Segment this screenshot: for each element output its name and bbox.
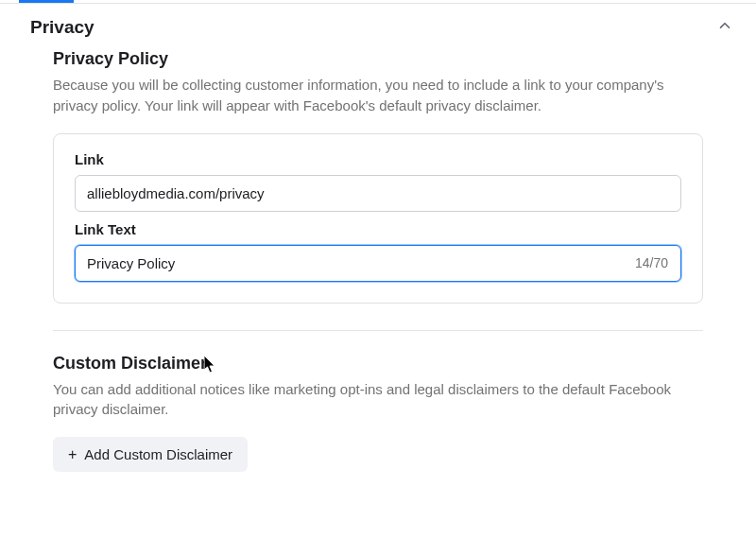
link-text-input-wrap: 14/70 <box>75 245 681 282</box>
link-label: Link <box>75 151 681 167</box>
section-divider <box>53 330 703 331</box>
section-title: Privacy <box>30 17 94 38</box>
add-custom-disclaimer-button[interactable]: + Add Custom Disclaimer <box>53 437 248 472</box>
link-input-wrap <box>75 175 681 212</box>
privacy-policy-description: Because you will be collecting customer … <box>53 75 703 116</box>
privacy-policy-card: Link Link Text 14/70 <box>53 133 703 304</box>
plus-icon: + <box>68 447 77 462</box>
custom-disclaimer-title: Custom Disclaimer <box>53 354 703 374</box>
privacy-policy-title: Privacy Policy <box>53 49 703 69</box>
link-text-field-group: Link Text 14/70 <box>75 221 681 282</box>
link-field-group: Link <box>75 151 681 212</box>
link-input[interactable] <box>75 175 681 212</box>
custom-disclaimer-description: You can add additional notices like mark… <box>53 379 703 421</box>
link-text-label: Link Text <box>75 221 681 237</box>
add-custom-disclaimer-label: Add Custom Disclaimer <box>84 446 232 462</box>
section-content: Privacy Policy Because you will be colle… <box>0 49 756 472</box>
privacy-section-header[interactable]: Privacy <box>0 4 756 49</box>
chevron-up-icon[interactable] <box>716 17 733 38</box>
link-text-input[interactable] <box>75 245 681 282</box>
